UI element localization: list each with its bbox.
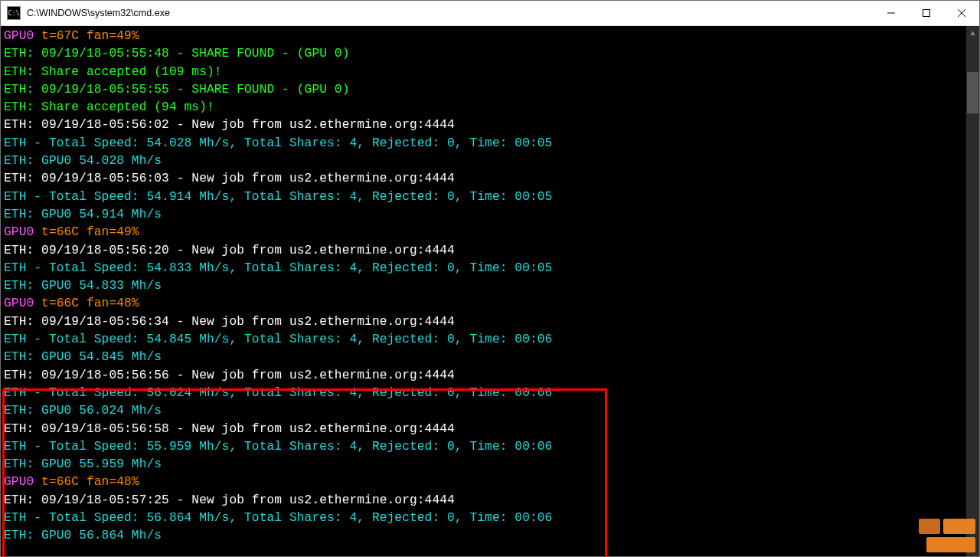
terminal-span: ETH - Total Speed: 54.845 Mh/s, Total Sh…	[4, 333, 552, 346]
terminal-span: GPU0	[4, 475, 34, 489]
terminal-line: ETH: Share accepted (94 ms)!	[4, 99, 963, 116]
terminal-line: ETH: 09/19/18-05:56:20 - New job from us…	[4, 242, 963, 260]
terminal-line: ETH: 09/19/18-05:56:02 - New job from us…	[4, 116, 963, 134]
terminal-line: GPU0 t=66C fan=48%	[4, 295, 963, 313]
terminal-line: ETH - Total Speed: 55.959 Mh/s, Total Sh…	[4, 438, 963, 456]
terminal-line: ETH: GPU0 54.028 Mh/s	[4, 152, 963, 170]
terminal-line: GPU0 t=66C fan=48%	[4, 473, 963, 491]
terminal-span: ETH: GPU0 54.914 Mh/s	[4, 208, 162, 221]
terminal-span: ETH: 09/19/18-05:57:25 - New job from us…	[4, 493, 455, 507]
terminal-line: ETH - Total Speed: 54.028 Mh/s, Total Sh…	[4, 135, 963, 152]
terminal-line: ETH: GPU0 56.024 Mh/s	[4, 402, 963, 420]
terminal-line: ETH: GPU0 54.845 Mh/s	[4, 349, 963, 366]
terminal-line: ETH - Total Speed: 54.833 Mh/s, Total Sh…	[4, 260, 963, 277]
terminal-output[interactable]: GPU0 t=67C fan=49%ETH: 09/19/18-05:55:48…	[1, 26, 966, 556]
terminal-line: ETH: GPU0 54.833 Mh/s	[4, 277, 963, 295]
terminal-line: ETH - Total Speed: 54.845 Mh/s, Total Sh…	[4, 331, 963, 349]
terminal-line: ETH: GPU0 55.959 Mh/s	[4, 456, 963, 473]
terminal-span: ETH: 09/19/18-05:55:55 - SHARE FOUND - (…	[4, 83, 349, 97]
terminal-span: ETH - Total Speed: 54.833 Mh/s, Total Sh…	[4, 261, 552, 275]
vertical-scrollbar[interactable]: ▲ ▼	[966, 26, 979, 556]
terminal-span	[34, 475, 41, 489]
terminal-line: ETH: 09/19/18-05:55:55 - SHARE FOUND - (…	[4, 81, 963, 99]
terminal-span: ETH: GPU0 54.845 Mh/s	[4, 350, 162, 364]
terminal-span: ETH: 09/19/18-05:56:34 - New job from us…	[4, 315, 455, 329]
terminal-span: ETH: 09/19/18-05:55:48 - SHARE FOUND - (…	[4, 47, 349, 61]
close-button[interactable]	[944, 1, 979, 25]
scroll-up-icon[interactable]: ▲	[966, 26, 979, 39]
terminal-span: ETH - Total Speed: 56.864 Mh/s, Total Sh…	[4, 511, 552, 525]
terminal-span	[34, 29, 41, 43]
svg-rect-0	[923, 10, 930, 17]
terminal-span: ETH: GPU0 54.833 Mh/s	[4, 279, 162, 293]
terminal-span: t=66C fan=49%	[41, 225, 139, 239]
cmd-window: C:\ C:\WINDOWS\system32\cmd.exe GPU0 t=6…	[0, 0, 980, 557]
titlebar[interactable]: C:\ C:\WINDOWS\system32\cmd.exe	[1, 1, 979, 26]
terminal-line: ETH: 09/19/18-05:55:48 - SHARE FOUND - (…	[4, 45, 963, 63]
scroll-down-icon[interactable]: ▼	[966, 543, 979, 556]
terminal-line: ETH: 09/19/18-05:56:58 - New job from us…	[4, 421, 963, 438]
terminal-span: ETH - Total Speed: 54.914 Mh/s, Total Sh…	[4, 190, 552, 204]
terminal-span: ETH - Total Speed: 54.028 Mh/s, Total Sh…	[4, 136, 552, 150]
terminal-span: ETH: 09/19/18-05:56:03 - New job from us…	[4, 172, 455, 185]
terminal-line: ETH - Total Speed: 54.914 Mh/s, Total Sh…	[4, 188, 963, 206]
window-title: C:\WINDOWS\system32\cmd.exe	[27, 8, 874, 18]
terminal-span: ETH: 09/19/18-05:56:20 - New job from us…	[4, 244, 455, 257]
terminal-span: ETH: GPU0 54.028 Mh/s	[4, 154, 162, 168]
terminal-line: ETH: Share accepted (109 ms)!	[4, 64, 963, 81]
terminal-span: ETH: Share accepted (94 ms)!	[4, 100, 214, 114]
terminal-span: ETH: GPU0 56.024 Mh/s	[4, 404, 162, 418]
terminal-span: ETH: 09/19/18-05:56:58 - New job from us…	[4, 422, 455, 436]
terminal-line: ETH: 09/19/18-05:56:34 - New job from us…	[4, 313, 963, 331]
maximize-button[interactable]	[909, 1, 944, 25]
terminal-line: ETH: GPU0 56.864 Mh/s	[4, 527, 963, 545]
terminal-line: ETH: GPU0 54.914 Mh/s	[4, 206, 963, 224]
terminal-line: ETH: 09/19/18-05:56:03 - New job from us…	[4, 170, 963, 188]
terminal-line: ETH - Total Speed: 56.864 Mh/s, Total Sh…	[4, 509, 963, 527]
terminal-span	[34, 297, 41, 310]
terminal-line: ETH: 09/19/18-05:56:56 - New job from us…	[4, 367, 963, 385]
terminal-line: ETH - Total Speed: 56.024 Mh/s, Total Sh…	[4, 385, 963, 402]
terminal-span: GPU0	[4, 29, 34, 43]
scroll-thumb[interactable]	[967, 72, 978, 113]
terminal-span: ETH - Total Speed: 56.024 Mh/s, Total Sh…	[4, 386, 552, 400]
minimize-icon	[887, 9, 895, 17]
terminal-span: ETH: GPU0 56.864 Mh/s	[4, 529, 162, 542]
client-area: GPU0 t=67C fan=49%ETH: 09/19/18-05:55:48…	[1, 26, 979, 556]
close-icon	[958, 9, 965, 17]
maximize-icon	[923, 9, 930, 17]
terminal-span: ETH: 09/19/18-05:56:02 - New job from us…	[4, 118, 455, 132]
terminal-line: ETH: 09/19/18-05:57:25 - New job from us…	[4, 492, 963, 509]
terminal-span	[34, 225, 41, 239]
minimize-button[interactable]	[874, 1, 909, 25]
terminal-line: GPU0 t=67C fan=49%	[4, 28, 963, 45]
terminal-span: GPU0	[4, 297, 34, 310]
terminal-span: t=66C fan=48%	[41, 475, 139, 489]
terminal-span: t=67C fan=49%	[41, 29, 139, 43]
terminal-span: t=66C fan=48%	[41, 297, 139, 310]
terminal-span: ETH: Share accepted (109 ms)!	[4, 65, 222, 79]
cmd-icon: C:\	[7, 6, 21, 20]
terminal-span: ETH - Total Speed: 55.959 Mh/s, Total Sh…	[4, 440, 552, 454]
terminal-line: GPU0 t=66C fan=49%	[4, 224, 963, 241]
terminal-span: ETH: 09/19/18-05:56:56 - New job from us…	[4, 369, 455, 382]
terminal-span: GPU0	[4, 225, 34, 239]
terminal-span: ETH: GPU0 55.959 Mh/s	[4, 457, 162, 471]
